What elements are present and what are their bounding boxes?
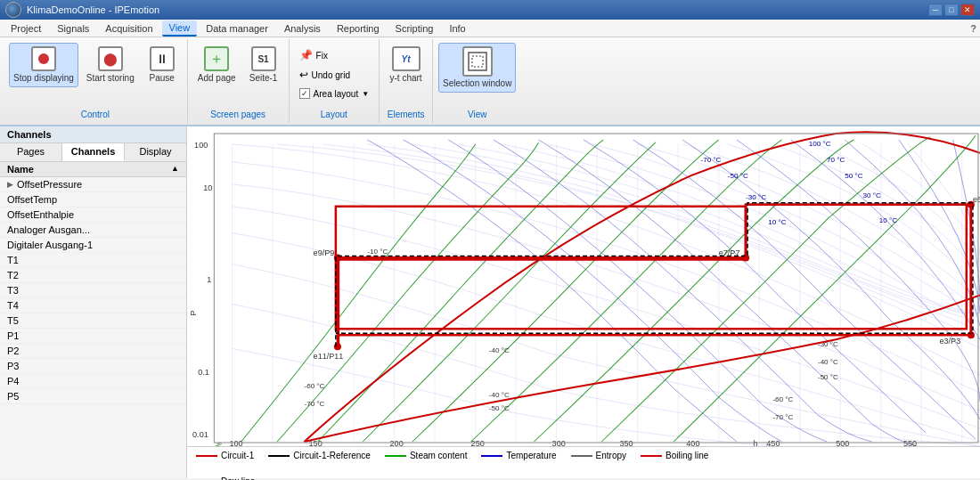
ribbon: Stop displaying Start storing ⏸ Pause Co…: [0, 37, 980, 126]
tab-row: Pages Channels Display: [0, 143, 186, 162]
fix-button[interactable]: 📌 Fix: [295, 46, 374, 64]
svg-point-52: [334, 343, 341, 350]
channel-label: P5: [7, 391, 19, 402]
legend-temperature-label: Temperature: [506, 451, 556, 460]
svg-point-48: [334, 255, 341, 262]
minimize-button[interactable]: ─: [928, 4, 943, 16]
legend-circuit1: Circuit-1: [196, 451, 254, 460]
ribbon-group-control: Stop displaying Start storing ⏸ Pause Co…: [4, 39, 188, 123]
app-logo: [5, 2, 21, 18]
control-group-label: Control: [81, 110, 110, 121]
channel-offset-pressure[interactable]: ▶ OffsetPressure: [0, 177, 186, 192]
list-header: Name ▲: [0, 162, 186, 177]
fix-icon: 📌: [299, 49, 313, 61]
svg-rect-1: [472, 56, 483, 67]
channel-t4[interactable]: T4: [0, 298, 186, 313]
channel-t2[interactable]: T2: [0, 268, 186, 283]
channel-label: T2: [7, 270, 19, 281]
legend-circuit1-ref-line: [268, 455, 290, 457]
channel-p1[interactable]: P1: [0, 329, 186, 344]
start-storing-button[interactable]: Start storing: [82, 43, 139, 87]
close-button[interactable]: ✕: [960, 4, 975, 16]
pause-label: Pause: [150, 73, 175, 84]
yt-chart-button[interactable]: Yt y-t chart: [386, 43, 427, 87]
channel-label: T1: [7, 255, 19, 265]
channel-label: OffsetEnthalpie: [7, 209, 74, 220]
svg-text:e9/P9: e9/P9: [314, 248, 335, 257]
channel-p4[interactable]: P4: [0, 374, 186, 389]
channel-analog-ausgang[interactable]: Analoger Ausgan...: [0, 223, 186, 238]
legend-steam-line: [385, 455, 406, 457]
maximize-button[interactable]: □: [944, 4, 959, 16]
channel-t5[interactable]: T5: [0, 313, 186, 329]
help-button[interactable]: ?: [970, 23, 976, 34]
channel-t3[interactable]: T3: [0, 283, 186, 298]
undo-grid-button[interactable]: ↩ Undo grid: [295, 66, 374, 84]
menu-signals[interactable]: Signals: [50, 21, 96, 36]
menu-reporting[interactable]: Reporting: [330, 21, 387, 36]
pause-button[interactable]: ⏸ Pause: [143, 43, 182, 87]
chart-canvas[interactable]: 100 10 1 0.1 0.01 P 100 150 200 250 300 …: [187, 126, 980, 446]
channel-label: OffsetTemp: [7, 194, 57, 205]
view-group-label: View: [468, 110, 487, 121]
selection-window-label: Selection window: [443, 78, 511, 89]
svg-text:30 °C: 30 °C: [863, 191, 881, 199]
svg-text:-40 °C: -40 °C: [489, 346, 510, 354]
menu-project[interactable]: Project: [4, 21, 48, 36]
menu-analysis[interactable]: Analysis: [277, 21, 328, 36]
menu-acquisition[interactable]: Acquisition: [98, 21, 159, 36]
svg-text:-60 °C: -60 °C: [304, 382, 324, 390]
channel-label: Digitaler Ausgang-1: [7, 240, 93, 250]
legend-circuit1-label: Circuit-1: [221, 451, 254, 460]
svg-text:-50 °C: -50 °C: [728, 172, 748, 180]
selection-window-button[interactable]: Selection window: [438, 43, 516, 93]
ribbon-group-screen-pages: ＋ Add page S1 Seite-1 Screen pages: [188, 39, 290, 123]
svg-text:P: P: [189, 310, 198, 315]
channel-offset-enthalpie[interactable]: OffsetEnthalpie: [0, 207, 186, 223]
legend-temp-line: [481, 455, 502, 457]
add-page-button[interactable]: ＋ Add page: [193, 43, 241, 87]
legend-entropy-line: [571, 455, 592, 457]
channel-offset-temp[interactable]: OffsetTemp: [0, 192, 186, 207]
channel-label: P2: [7, 346, 19, 356]
elements-group-label: Elements: [388, 110, 425, 121]
svg-text:100: 100: [194, 141, 208, 150]
svg-text:0.01: 0.01: [192, 430, 208, 439]
channel-p3[interactable]: P3: [0, 359, 186, 374]
undo-grid-icon: ↩: [299, 69, 308, 81]
channel-p2[interactable]: P2: [0, 344, 186, 359]
channel-t1[interactable]: T1: [0, 253, 186, 268]
scroll-indicator[interactable]: ▲: [171, 164, 179, 175]
channel-digitaler-ausgang[interactable]: Digitaler Ausgang-1: [0, 238, 186, 253]
svg-text:10 °C: 10 °C: [768, 218, 786, 226]
legend-entropy-label: Entropy: [596, 451, 626, 460]
menu-scripting[interactable]: Scripting: [388, 21, 441, 36]
store-icon: [98, 46, 123, 71]
yt-chart-label: y-t chart: [390, 73, 422, 84]
svg-text:-40 °C: -40 °C: [818, 358, 838, 366]
yt-icon: Yt: [392, 46, 421, 71]
tab-channels[interactable]: Channels: [62, 143, 125, 161]
seite1-button[interactable]: S1 Seite-1: [244, 43, 283, 87]
channel-label: T4: [7, 300, 19, 311]
menu-info[interactable]: Info: [442, 21, 472, 36]
left-panel: Channels Pages Channels Display Name ▲ ▶…: [0, 126, 187, 478]
channel-label: T5: [7, 315, 19, 326]
tab-display[interactable]: Display: [125, 143, 186, 161]
undo-grid-label: Undo grid: [312, 70, 350, 80]
app-title: KlimaDemoOnline - IPEmotion: [27, 4, 159, 15]
tab-pages[interactable]: Pages: [0, 143, 62, 161]
legend-circuit1-ref: Circuit-1-Reference: [268, 451, 371, 460]
channel-p5[interactable]: P5: [0, 389, 186, 404]
svg-text:1: 1: [207, 275, 211, 284]
channel-list[interactable]: ▶ OffsetPressure OffsetTemp OffsetEnthal…: [0, 177, 186, 478]
area-dropdown-icon[interactable]: ▼: [362, 90, 369, 98]
svg-text:-50 °C: -50 °C: [489, 404, 510, 412]
stop-displaying-button[interactable]: Stop displaying: [9, 43, 78, 87]
area-layout-button[interactable]: Area layout ▼: [295, 85, 374, 102]
menu-data-manager[interactable]: Data manager: [199, 21, 275, 36]
menu-view[interactable]: View: [162, 20, 198, 37]
main-area: Channels Pages Channels Display Name ▲ ▶…: [0, 126, 980, 478]
pause-icon: ⏸: [150, 46, 175, 71]
seite1-label: Seite-1: [249, 73, 278, 84]
